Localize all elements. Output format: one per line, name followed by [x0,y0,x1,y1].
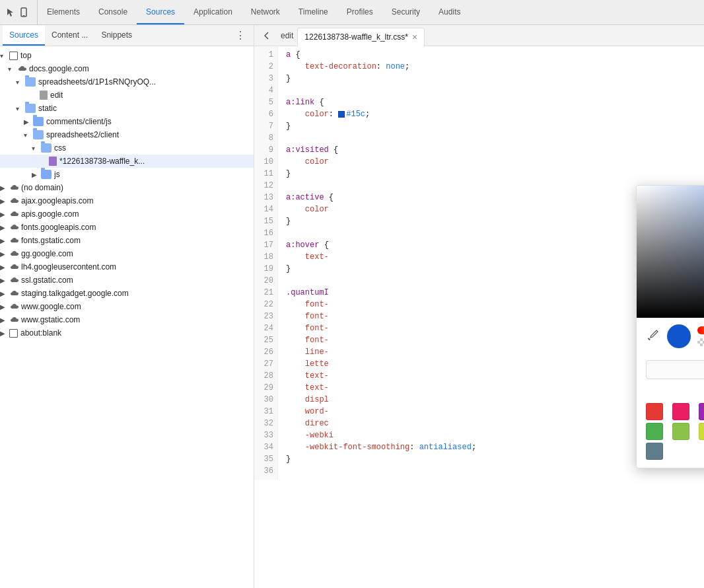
tree-item-waffle[interactable]: *1226138738-waffle_k... [0,155,254,168]
tree-item-comments[interactable]: ▶ comments/client/js [0,115,254,128]
tab-profiles[interactable]: Profiles [337,0,382,24]
color-swatch-item[interactable] [646,443,663,460]
tree-item-docs[interactable]: ▾ docs.google.com [0,62,254,75]
tree-item-top[interactable]: ▾ top [0,49,254,62]
folder-icon-spreadsheets2 [33,130,44,139]
folder-icon-js [41,170,52,179]
tree-item-static[interactable]: ▾ static [0,102,254,115]
color-swatch[interactable] [338,111,345,118]
tab-timeline[interactable]: Timeline [289,0,337,24]
tree-item-fonts2[interactable]: ▶ fonts.gstatic.com [0,234,254,247]
tree-item-www-google[interactable]: ▶ www.google.com [0,300,254,313]
code-line-11: } [286,168,704,180]
tree-item-gg[interactable]: ▶ gg.google.com [0,247,254,260]
cloud-icon-fonts1 [9,224,18,231]
line-num-35: 35 [254,453,277,465]
color-swatch-item[interactable] [646,403,663,420]
line-num-12: 12 [254,180,277,192]
hue-slider[interactable] [697,326,704,334]
tree-label-waffle: *1226138738-waffle_k... [59,157,145,166]
tree-item-www-gstatic[interactable]: ▶ www.gstatic.com [0,313,254,326]
tree-arrow-www-gstatic: ▶ [0,316,9,324]
tree-label-comments: comments/client/js [46,117,112,126]
tab-console[interactable]: Console [89,0,137,24]
tree-label-gg: gg.google.com [21,249,73,258]
code-line-3: } [286,73,704,85]
tree-item-spreadsheets2[interactable]: ▾ spreadsheets2/client [0,128,254,141]
color-spectrum[interactable] [637,186,704,318]
tree-item-js[interactable]: ▶ js [0,168,254,181]
line-num-1: 1 [254,49,277,61]
line-num-33: 33 [254,429,277,441]
color-swatch-item[interactable] [672,423,689,440]
line-num-14: 14 [254,203,277,215]
svg-rect-1 [23,15,25,16]
cloud-icon-www-google [9,303,18,310]
tab-audits[interactable]: Audits [429,0,470,24]
alpha-slider[interactable] [697,338,704,346]
back-button[interactable] [257,25,277,46]
close-tab-button[interactable]: × [412,32,417,42]
tree-label-fonts1: fonts.googleapis.com [21,223,96,232]
cloud-icon-fonts2 [9,237,18,244]
devtools-body: Sources Content ... Snippets ⋮ ▾ top ▾ d… [0,25,704,588]
tab-security[interactable]: Security [382,0,429,24]
tree-arrow-fonts1: ▶ [0,224,9,231]
sidebar: Sources Content ... Snippets ⋮ ▾ top ▾ d… [0,25,254,588]
line-num-31: 31 [254,406,277,418]
code-line-2: text-decoration: none; [286,61,704,73]
tree-arrow-spreadsheets: ▾ [16,79,25,86]
eyedropper-button[interactable] [646,328,660,346]
line-num-2: 2 [254,61,277,73]
code-line-10: color [286,156,704,168]
line-num-22: 22 [254,299,277,311]
line-num-9: 9 [254,144,277,156]
cloud-icon-nodomain [9,184,18,191]
tree-arrow-comments: ▶ [24,118,33,126]
hue-slider-container [697,326,704,346]
color-swatch-item[interactable] [699,423,704,440]
tree-item-lh4[interactable]: ▶ lh4.googleusercontent.com [0,260,254,274]
tab-application[interactable]: Application [184,0,242,24]
tab-sources[interactable]: Sources [137,0,184,24]
line-num-4: 4 [254,85,277,96]
line-num-26: 26 [254,346,277,358]
color-swatch-item[interactable] [646,423,663,440]
tree-item-about[interactable]: ▶ about:blank [0,326,254,340]
tree-label-docs: docs.google.com [29,64,89,73]
tab-network[interactable]: Network [242,0,289,24]
tree-item-css[interactable]: ▾ css [0,141,254,155]
tree-arrow-top: ▾ [0,52,9,59]
color-swatch-item[interactable] [672,403,689,420]
tree-label-spreadsheets: spreadsheets/d/1P1sRNQryOQ... [38,77,156,87]
tree-item-apis[interactable]: ▶ apis.google.com [0,207,254,221]
picker-controls: HEX ▲ ▼ [637,318,704,399]
tree-item-ajax[interactable]: ▶ ajax.googleapis.com [0,194,254,207]
cloud-icon-staging [9,290,18,297]
editor-file-tab[interactable]: 1226138738-waffle_k_ltr.css* × [297,28,425,46]
mobile-icon [18,7,29,18]
line-num-27: 27 [254,358,277,370]
tree-arrow-staging: ▶ [0,290,9,297]
hex-input[interactable] [646,360,704,379]
tree-item-edit[interactable]: edit [0,89,254,102]
tree-item-fonts1[interactable]: ▶ fonts.googleapis.com [0,221,254,234]
tree-item-staging[interactable]: ▶ staging.talkgadget.google.com [0,287,254,300]
sidebar-tab-content[interactable]: Content ... [45,25,94,46]
swatches-grid [646,403,704,460]
tree-label-staging: staging.talkgadget.google.com [21,289,129,298]
tree-item-nodomain[interactable]: ▶ (no domain) [0,181,254,194]
tree-item-ssl[interactable]: ▶ ssl.gstatic.com [0,274,254,287]
cursor-icon [5,7,16,18]
color-swatch-item[interactable] [699,403,704,420]
sidebar-more-button[interactable]: ⋮ [230,25,251,46]
line-num-10: 10 [254,156,277,168]
sidebar-tab-snippets[interactable]: Snippets [94,25,139,46]
tab-elements[interactable]: Elements [38,0,89,24]
code-line-9: a:visited { [286,144,704,156]
cloud-icon-apis [9,211,18,217]
sidebar-tab-sources[interactable]: Sources [3,25,45,46]
code-line-1: a { [286,49,704,61]
tree-item-spreadsheets[interactable]: ▾ spreadsheets/d/1P1sRNQryOQ... [0,75,254,89]
line-num-11: 11 [254,168,277,180]
